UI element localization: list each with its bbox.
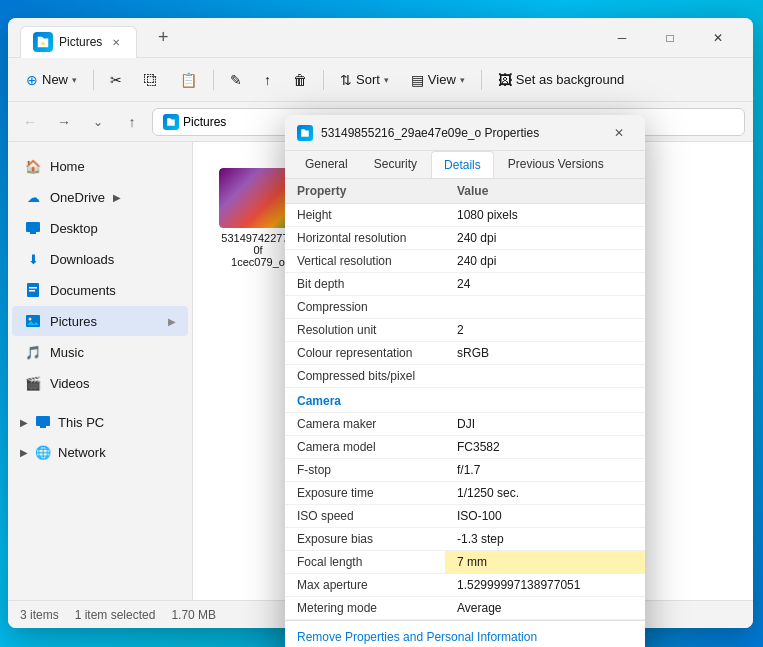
music-label: Music — [50, 345, 84, 360]
cut-button[interactable]: ✂ — [100, 63, 132, 97]
dialog-tabs: General Security Details Previous Versio… — [285, 151, 645, 179]
documents-icon — [24, 281, 42, 299]
table-row-11: F-stopf/1.7 — [285, 459, 645, 482]
table-row-7: Compressed bits/pixel — [285, 365, 645, 388]
table-row-10: Camera modelFC3582 — [285, 436, 645, 459]
desktop-label: Desktop — [50, 221, 98, 236]
thispc-icon — [34, 413, 52, 431]
set-background-icon: 🖼 — [498, 72, 512, 88]
sidebar-item-downloads[interactable]: ⬇ Downloads 📌 — [12, 244, 188, 274]
table-row-15: Focal length7 mm — [285, 551, 645, 574]
delete-button[interactable]: 🗑 — [283, 63, 317, 97]
sidebar-item-thispc[interactable]: ▶ This PC — [8, 407, 192, 437]
explorer-tab[interactable]: Pictures ✕ — [20, 26, 137, 58]
table-row-4: Compression — [285, 296, 645, 319]
onedrive-chevron-icon: ▶ — [113, 192, 121, 203]
remove-properties-link[interactable]: Remove Properties and Personal Informati… — [297, 630, 537, 644]
svg-point-6 — [29, 318, 32, 321]
file-size: 1.70 MB — [171, 608, 216, 622]
sidebar-item-network[interactable]: ▶ 🌐 Network — [8, 437, 192, 467]
sort-icon: ⇅ — [340, 72, 352, 88]
sidebar-item-documents[interactable]: Documents 📌 — [12, 275, 188, 305]
cut-icon: ✂ — [110, 72, 122, 88]
minimize-button[interactable]: ─ — [599, 22, 645, 54]
title-bar: Pictures ✕ + ─ □ ✕ — [8, 18, 753, 58]
new-label: New — [42, 72, 68, 87]
onedrive-icon: ☁ — [24, 188, 42, 206]
network-chevron-icon: ▶ — [20, 447, 28, 458]
tab-general[interactable]: General — [293, 151, 360, 178]
sort-button[interactable]: ⇅ Sort ▾ — [330, 63, 399, 97]
sidebar-item-pictures[interactable]: Pictures ▶ — [12, 306, 188, 336]
sidebar-item-home[interactable]: 🏠 Home — [12, 151, 188, 181]
new-tab-button[interactable]: + — [149, 24, 177, 52]
table-row-3: Bit depth24 — [285, 273, 645, 296]
sort-label: Sort — [356, 72, 380, 87]
tab-details[interactable]: Details — [431, 151, 494, 178]
tab-icon — [33, 32, 53, 52]
up-button[interactable]: ⌄ — [84, 108, 112, 136]
desktop-icon — [24, 219, 42, 237]
videos-icon: 🎬 — [24, 374, 42, 392]
sidebar-item-desktop[interactable]: Desktop 📌 — [12, 213, 188, 243]
path-folder-icon — [163, 114, 179, 130]
share-icon: ↑ — [264, 72, 271, 88]
properties-dialog: 53149855216_29ae47e09e_o Properties ✕ Ge… — [285, 115, 645, 647]
svg-rect-5 — [26, 315, 40, 327]
tab-previous-versions[interactable]: Previous Versions — [496, 151, 616, 178]
pictures-icon — [24, 312, 42, 330]
forward-button[interactable]: → — [50, 108, 78, 136]
dialog-remove-link: Remove Properties and Personal Informati… — [285, 620, 645, 647]
tab-close-button[interactable]: ✕ — [108, 34, 124, 50]
network-icon: 🌐 — [34, 443, 52, 461]
network-label: Network — [58, 445, 106, 460]
share-button[interactable]: ↑ — [254, 63, 281, 97]
new-button[interactable]: ⊕ New ▾ — [16, 63, 87, 97]
set-background-button[interactable]: 🖼 Set as background — [488, 63, 634, 97]
new-icon: ⊕ — [26, 72, 38, 88]
table-row-1: Horizontal resolution240 dpi — [285, 227, 645, 250]
home-label: Home — [50, 159, 85, 174]
items-count: 3 items — [20, 608, 59, 622]
view-button[interactable]: ▤ View ▾ — [401, 63, 475, 97]
properties-table: Property Value Height1080 pixelsHorizont… — [285, 179, 645, 620]
copy-icon: ⿻ — [144, 72, 158, 88]
onedrive-label: OneDrive — [50, 190, 105, 205]
pictures-pin-icon: ▶ — [168, 316, 176, 327]
paste-icon: 📋 — [180, 72, 197, 88]
view-label: View — [428, 72, 456, 87]
downloads-label: Downloads — [50, 252, 114, 267]
sort-chevron-icon: ▾ — [384, 75, 389, 85]
svg-rect-7 — [36, 416, 50, 426]
sidebar-item-music[interactable]: 🎵 Music 📌 — [12, 337, 188, 367]
toolbar-separator-2 — [213, 70, 214, 90]
table-section-8: Camera — [285, 388, 645, 413]
col-value: Value — [445, 179, 645, 204]
maximize-button[interactable]: □ — [647, 22, 693, 54]
view-icon: ▤ — [411, 72, 424, 88]
svg-rect-8 — [40, 426, 46, 428]
up-directory-button[interactable]: ↑ — [118, 108, 146, 136]
svg-rect-1 — [30, 232, 36, 234]
dialog-close-button[interactable]: ✕ — [605, 121, 633, 145]
thispc-label: This PC — [58, 415, 104, 430]
sidebar-item-videos[interactable]: 🎬 Videos 📌 — [12, 368, 188, 398]
sidebar: 🏠 Home ☁ OneDrive ▶ Desktop 📌 ⬇ Download… — [8, 142, 193, 600]
rename-button[interactable]: ✎ — [220, 63, 252, 97]
back-button[interactable]: ← — [16, 108, 44, 136]
videos-label: Videos — [50, 376, 90, 391]
table-row-14: Exposure bias-1.3 step — [285, 528, 645, 551]
close-button[interactable]: ✕ — [695, 22, 741, 54]
dialog-title: 53149855216_29ae47e09e_o Properties — [321, 126, 597, 140]
tab-security[interactable]: Security — [362, 151, 429, 178]
copy-button[interactable]: ⿻ — [134, 63, 168, 97]
svg-rect-0 — [26, 222, 40, 232]
toolbar-separator-1 — [93, 70, 94, 90]
path-label: Pictures — [183, 115, 226, 129]
paste-button[interactable]: 📋 — [170, 63, 207, 97]
delete-icon: 🗑 — [293, 72, 307, 88]
sidebar-item-onedrive[interactable]: ☁ OneDrive ▶ — [12, 182, 188, 212]
music-icon: 🎵 — [24, 343, 42, 361]
home-icon: 🏠 — [24, 157, 42, 175]
svg-rect-3 — [29, 287, 37, 289]
